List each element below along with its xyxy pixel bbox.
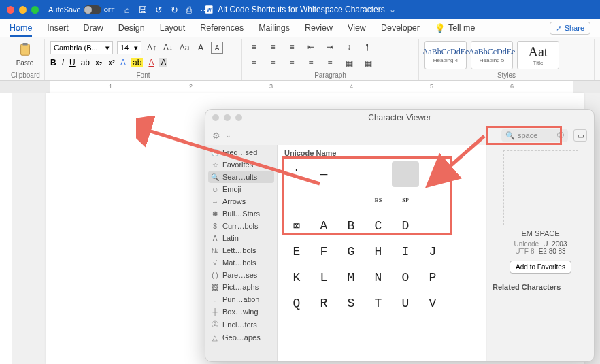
zoom-icon[interactable] [235, 114, 242, 121]
shading-icon[interactable]: A [159, 58, 167, 67]
cv-sidebar-item[interactable]: ☺Emoji [205, 183, 277, 195]
character-cell[interactable]: L [310, 265, 337, 291]
font-name-select[interactable]: Cambria (B...▾ [50, 41, 113, 54]
cv-sidebar-item[interactable]: △Geo…apes [205, 331, 277, 344]
tab-view[interactable]: View [348, 23, 366, 33]
character-cell[interactable]: M [337, 265, 365, 291]
chevron-down-icon[interactable]: ⌄ [226, 132, 231, 139]
superscript-button[interactable]: x² [108, 58, 115, 67]
sort-icon[interactable]: ↕ [343, 41, 355, 53]
close-icon[interactable] [212, 114, 219, 121]
tab-draw[interactable]: Draw [84, 23, 103, 33]
tab-home[interactable]: Home [10, 23, 32, 37]
zoom-window-icon[interactable] [31, 6, 39, 14]
undo-icon[interactable]: ↺ [155, 5, 163, 15]
character-cell[interactable]: ⁚ [283, 161, 310, 187]
bullets-icon[interactable]: ≡ [248, 41, 260, 53]
tab-developer[interactable]: Developer [381, 23, 420, 33]
change-case-icon[interactable]: Aa [178, 42, 190, 54]
character-cell[interactable] [392, 161, 419, 187]
character-cell[interactable]: U [392, 291, 419, 316]
redo-icon[interactable]: ↻ [171, 5, 178, 15]
character-cell[interactable] [337, 187, 365, 213]
cv-sidebar-item[interactable]: √Mat…bols [205, 257, 277, 269]
chevron-down-icon[interactable]: ⌄ [389, 5, 396, 14]
minimize-window-icon[interactable] [19, 6, 27, 14]
character-cell[interactable]: — [310, 161, 337, 187]
gear-icon[interactable]: ⚙︎ [212, 131, 220, 141]
text-effects-icon[interactable]: A [120, 58, 126, 67]
character-cell[interactable]: A [310, 213, 337, 239]
increase-font-icon[interactable]: A↑ [146, 42, 158, 54]
numbering-icon[interactable]: ≡ [267, 41, 279, 53]
tab-design[interactable]: Design [118, 23, 145, 33]
shading-icon[interactable]: ▦ [343, 57, 355, 69]
subscript-button[interactable]: x₂ [95, 58, 103, 67]
close-window-icon[interactable] [7, 6, 14, 14]
cv-sidebar-item[interactable]: .,Pun…ation [205, 293, 277, 305]
character-cell[interactable]: G [337, 239, 365, 265]
justify-icon[interactable]: ≡ [305, 57, 317, 69]
character-cell[interactable]: I [392, 239, 419, 265]
character-cell[interactable]: B [337, 213, 365, 239]
print-icon[interactable]: ⎙ [186, 5, 192, 15]
character-cell[interactable]: BS [365, 187, 392, 213]
align-left-icon[interactable]: ≡ [248, 57, 260, 69]
character-cell[interactable]: E [283, 239, 310, 265]
borders-icon[interactable]: ▦ [362, 57, 374, 69]
align-right-icon[interactable]: ≡ [286, 57, 298, 69]
tab-review[interactable]: Review [305, 23, 333, 33]
tab-mailings[interactable]: Mailings [259, 23, 290, 33]
character-cell[interactable] [337, 161, 365, 187]
tab-insert[interactable]: Insert [47, 23, 68, 33]
multilevel-icon[interactable]: ≡ [286, 41, 298, 53]
cv-sidebar-item[interactable]: 🖼Pict…aphs [205, 281, 277, 293]
save-icon[interactable]: 🖫 [138, 5, 147, 15]
cv-sidebar-item[interactable]: ALatin [205, 232, 277, 244]
indent-right-icon[interactable]: ⇥ [324, 41, 336, 53]
indent-left-icon[interactable]: ⇤ [305, 41, 317, 53]
cv-sidebar-item[interactable]: ┼Box…wing [205, 305, 277, 318]
italic-button[interactable]: I [62, 58, 64, 67]
character-cell[interactable]: F [310, 239, 337, 265]
font-color-icon[interactable]: A [148, 58, 154, 67]
character-cell[interactable]: J [419, 239, 446, 265]
style-heading-4[interactable]: AaBbCcDdEeHeading 4 [424, 41, 467, 69]
cv-search-input[interactable]: 🔍 space ⓧ [501, 129, 568, 142]
horizontal-ruler[interactable]: 123456 [0, 81, 600, 93]
character-cell[interactable]: V [419, 291, 446, 316]
character-border-icon[interactable]: A [211, 42, 223, 54]
character-cell[interactable]: O [392, 265, 419, 291]
character-cell[interactable] [310, 187, 337, 213]
decrease-font-icon[interactable]: A↓ [162, 42, 174, 54]
character-cell[interactable]: C [365, 213, 392, 239]
character-cell[interactable]: ⌧ [283, 213, 310, 239]
character-cell[interactable] [365, 161, 392, 187]
share-button[interactable]: ↗Share [550, 22, 590, 35]
cv-sidebar-item[interactable]: ( )Pare…ses [205, 269, 277, 281]
tab-references[interactable]: References [200, 23, 244, 33]
cv-sidebar-item[interactable]: →Arrows [205, 195, 277, 208]
character-cell[interactable]: R [310, 291, 337, 316]
underline-button[interactable]: U [69, 58, 76, 67]
highlight-icon[interactable]: ab [131, 58, 143, 67]
line-spacing-icon[interactable]: ≡ [324, 57, 336, 69]
home-icon[interactable]: ⌂ [124, 5, 130, 15]
character-cell[interactable]: T [365, 291, 392, 316]
bold-button[interactable]: B [50, 58, 56, 67]
cv-sidebar-item[interactable]: 🔍Sear…ults [208, 171, 274, 183]
cv-sidebar-item[interactable]: 🕘Freq…sed [205, 146, 277, 159]
character-cell[interactable]: Q [283, 291, 310, 316]
add-to-favorites-button[interactable]: Add to Favorites [510, 261, 571, 274]
character-cell[interactable]: S [337, 291, 365, 316]
switch-icon[interactable] [84, 5, 101, 14]
tell-me-search[interactable]: 💡Tell me [435, 23, 476, 33]
tab-layout[interactable]: Layout [160, 23, 186, 33]
clear-format-icon[interactable]: A̶ [195, 42, 207, 54]
character-cell[interactable]: P [419, 265, 446, 291]
font-size-select[interactable]: 14▾ [117, 41, 141, 54]
cv-sidebar-item[interactable]: $Curr…bols [205, 220, 277, 232]
character-cell[interactable]: N [365, 265, 392, 291]
vertical-ruler[interactable] [0, 93, 12, 364]
minimize-icon[interactable] [224, 114, 231, 121]
